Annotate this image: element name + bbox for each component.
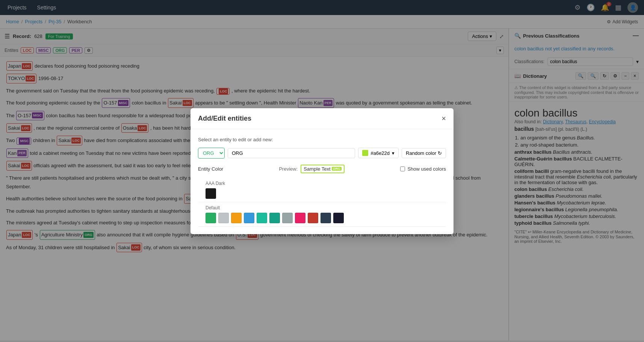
preview-text: Sample Text [304, 166, 330, 172]
modal-body: Select an entity to edit or add new: ORG… [190, 129, 454, 234]
default-section: Default [198, 202, 446, 227]
random-color-label: Random color [406, 150, 436, 156]
preview-sample: Sample Text ORG [301, 165, 345, 173]
color-swatch-dark-teal[interactable] [269, 213, 280, 223]
color-swatch-dark-blue[interactable] [320, 213, 331, 223]
modal-overlay[interactable]: Add/Edit entities × Select an entity to … [0, 0, 644, 340]
chevron-down-icon: ▾ [392, 150, 395, 156]
aaa-dark-title: AAA Dark [206, 181, 438, 186]
add-edit-entities-modal: Add/Edit entities × Select an entity to … [190, 108, 454, 234]
entity-name-input[interactable] [228, 148, 355, 158]
color-swatch-pink[interactable] [295, 213, 305, 223]
color-swatch-orange[interactable] [231, 213, 242, 223]
color-swatch-silver[interactable] [282, 213, 293, 223]
modal-entity-row: ORG LOC PER MISC #a6e22d ▾ Random color … [198, 148, 446, 159]
color-swatch-navy[interactable] [333, 213, 344, 223]
show-used-colors-checkbox[interactable] [400, 166, 405, 171]
entity-color-row: Entity Color Preview: Sample Text ORG Sh… [198, 165, 446, 173]
show-used-colors-row: Show used colors [400, 166, 446, 172]
color-picker-button[interactable]: #a6e22d ▾ [358, 148, 399, 158]
modal-header: Add/Edit entities × [190, 108, 454, 129]
preview-label: Preview: [279, 166, 298, 172]
preview-badge: ORG [332, 167, 342, 171]
modal-subtitle: Select an entity to edit or add new: [198, 137, 446, 142]
color-swatch-red[interactable] [308, 213, 318, 223]
aaa-dark-swatches [206, 188, 438, 199]
color-swatch-black[interactable] [206, 188, 216, 199]
color-hex-label: #a6e22d [370, 150, 390, 156]
color-swatch-blue[interactable] [244, 213, 254, 223]
entity-type-select[interactable]: ORG LOC PER MISC [198, 148, 225, 159]
color-swatch-green[interactable] [206, 213, 216, 223]
refresh-icon: ↻ [438, 150, 442, 156]
color-swatch-teal[interactable] [257, 213, 267, 223]
default-swatches [206, 213, 438, 223]
aaa-dark-section: AAA Dark [198, 178, 446, 202]
color-swatch-gray[interactable] [218, 213, 229, 223]
modal-title: Add/Edit entities [198, 115, 251, 123]
modal-close-button[interactable]: × [441, 114, 446, 123]
preview-row: Preview: Sample Text ORG [279, 165, 345, 173]
entity-color-label: Entity Color [198, 166, 223, 172]
random-color-button[interactable]: Random color ↻ [402, 148, 446, 158]
color-dot [362, 150, 368, 156]
default-title: Default [206, 205, 438, 210]
show-used-colors-label: Show used colors [407, 166, 446, 172]
